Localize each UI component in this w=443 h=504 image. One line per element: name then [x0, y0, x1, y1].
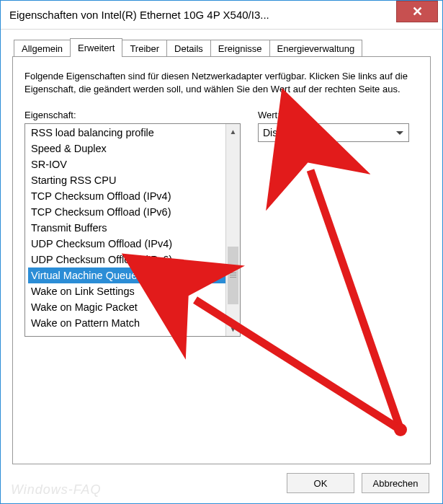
tab-label: Treiber	[130, 43, 159, 54]
property-listbox[interactable]: RSS load balancing profileSpeed & Duplex…	[24, 123, 241, 337]
scroll-down-button[interactable]: ▼	[226, 322, 240, 336]
tab-panel-erweitert: Folgende Eigenschaften sind für diesen N…	[12, 56, 431, 464]
cancel-button[interactable]: Abbrechen	[362, 473, 429, 493]
tab-label: Energieverwaltung	[277, 43, 355, 54]
value-dropdown-text: Disabled	[263, 127, 302, 138]
list-item[interactable]: SR-IOV	[28, 156, 240, 172]
list-item[interactable]: Speed & Duplex	[28, 141, 240, 156]
dialog-buttons: OK Abbrechen	[287, 473, 429, 493]
window-title: Eigenschaften von Intel(R) Ethernet 10G …	[9, 9, 396, 21]
property-column: Eigenschaft: RSS load balancing profileS…	[24, 110, 241, 337]
titlebar: Eigenschaften von Intel(R) Ethernet 10G …	[1, 1, 442, 30]
scroll-thumb[interactable]	[228, 247, 238, 304]
tab-ereignisse[interactable]: Ereignisse	[210, 40, 270, 57]
tab-label: Erweitert	[78, 43, 115, 53]
list-item[interactable]: TCP Checksum Offload (IPv4)	[28, 188, 240, 204]
properties-dialog: Eigenschaften von Intel(R) Ethernet 10G …	[0, 0, 443, 504]
list-item[interactable]: UDP Checksum Offload (IPv6)	[28, 252, 240, 268]
scroll-track[interactable]	[226, 138, 240, 322]
list-item[interactable]: UDP Checksum Offload (IPv4)	[28, 236, 240, 252]
list-item[interactable]: Transmit Buffers	[28, 220, 240, 236]
tab-energieverwaltung[interactable]: Energieverwaltung	[269, 40, 363, 57]
two-columns: Eigenschaft: RSS load balancing profileS…	[24, 110, 419, 337]
close-button[interactable]: ✕	[396, 1, 438, 22]
property-label: Eigenschaft:	[24, 110, 241, 120]
chevron-up-icon: ▲	[230, 128, 237, 136]
chevron-down-icon: ▼	[230, 325, 237, 333]
tab-strip: Allgemein Erweitert Treiber Details Erei…	[14, 40, 431, 57]
close-icon: ✕	[412, 4, 423, 19]
value-label: Wert:	[258, 110, 419, 120]
ok-button[interactable]: OK	[287, 473, 354, 493]
tab-label: Details	[174, 43, 203, 54]
value-dropdown[interactable]: Disabled	[258, 123, 409, 142]
scroll-up-button[interactable]: ▲	[226, 124, 240, 138]
tab-allgemein[interactable]: Allgemein	[14, 40, 71, 57]
tab-details[interactable]: Details	[166, 40, 211, 57]
list-item[interactable]: Starting RSS CPU	[28, 172, 240, 188]
tab-treiber[interactable]: Treiber	[122, 40, 167, 57]
tab-label: Ereignisse	[218, 43, 262, 54]
tab-erweitert[interactable]: Erweitert	[70, 38, 122, 57]
watermark-text: Windows-FAQ	[11, 482, 102, 498]
tab-label: Allgemein	[22, 43, 63, 54]
list-item[interactable]: Wake on Pattern Match	[28, 315, 240, 331]
value-column: Wert: Disabled	[258, 110, 419, 337]
content-area: Allgemein Erweitert Treiber Details Erei…	[1, 30, 442, 476]
list-item[interactable]: Wake on Link Settings	[28, 283, 240, 299]
list-item[interactable]: RSS load balancing profile	[28, 125, 240, 141]
listbox-scrollbar[interactable]: ▲ ▼	[225, 124, 240, 336]
list-item[interactable]: Wake on Magic Packet	[28, 299, 240, 315]
list-item[interactable]: TCP Checksum Offload (IPv6)	[28, 204, 240, 220]
panel-description: Folgende Eigenschaften sind für diesen N…	[24, 70, 419, 95]
list-item[interactable]: Virtual Machine Queues	[28, 268, 240, 283]
